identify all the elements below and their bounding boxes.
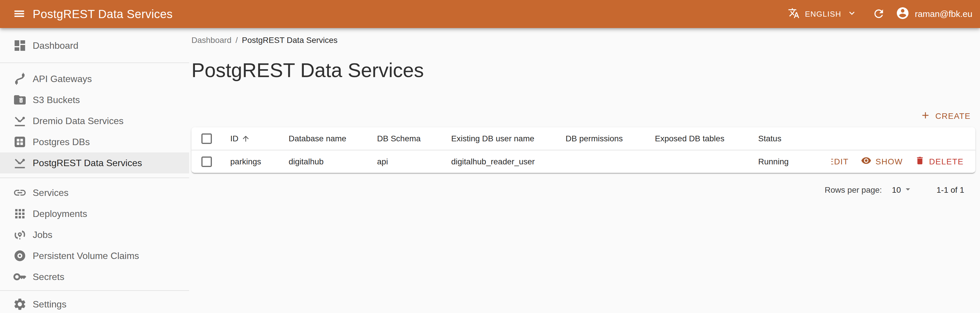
sidebar-item-label: Postgres DBs bbox=[33, 137, 90, 147]
data-table: ID Database name DB Schema Existing DB u… bbox=[191, 127, 975, 173]
breadcrumb-current: PostgREST Data Services bbox=[242, 36, 338, 45]
account-button[interactable]: raman@fbk.eu bbox=[896, 6, 972, 22]
breadcrumb: Dashboard / PostgREST Data Services bbox=[191, 36, 975, 45]
sidebar-item-label: API Gateways bbox=[33, 73, 92, 85]
column-header-exposed-db-tables[interactable]: Exposed DB tables bbox=[655, 127, 758, 150]
rows-per-page-label: Rows per page: bbox=[825, 185, 882, 195]
delete-button[interactable]: DELETE bbox=[912, 154, 967, 169]
row-checkbox[interactable] bbox=[201, 156, 212, 167]
column-header-status[interactable]: Status bbox=[758, 127, 831, 150]
appbar-title: PostgREST Data Services bbox=[33, 8, 173, 21]
key-icon bbox=[13, 270, 27, 284]
jobs-icon bbox=[13, 228, 27, 242]
plus-icon bbox=[920, 110, 931, 123]
sidebar: Dashboard API Gateways bbox=[0, 28, 189, 313]
sidebar-item-label: Dremio Data Services bbox=[33, 116, 123, 126]
divider bbox=[0, 290, 189, 291]
grid-icon bbox=[13, 135, 27, 149]
rows-per-page-select[interactable]: 10 bbox=[892, 184, 913, 196]
sidebar-item-label: Settings bbox=[33, 299, 67, 310]
divider bbox=[0, 62, 189, 63]
cell-database-name: digitalhub bbox=[289, 150, 377, 173]
sidebar-item-services[interactable]: Services bbox=[0, 182, 189, 203]
account-circle-icon bbox=[896, 6, 910, 22]
cell-db-schema: api bbox=[377, 150, 451, 173]
column-header-db-permissions[interactable]: DB permissions bbox=[566, 127, 655, 150]
list-toolbar: CREATE bbox=[191, 107, 975, 126]
sidebar-item-label: S3 Buckets bbox=[33, 94, 80, 105]
divider bbox=[0, 177, 189, 178]
refresh-icon bbox=[872, 7, 885, 21]
gear-icon bbox=[13, 297, 27, 311]
cell-id: parkings bbox=[230, 150, 289, 173]
breadcrumb-separator: / bbox=[235, 36, 238, 45]
sidebar-item-label: Deployments bbox=[33, 208, 87, 219]
folder-delete-icon bbox=[13, 93, 27, 107]
sidebar-item-jobs[interactable]: Jobs bbox=[0, 224, 189, 245]
select-all-checkbox[interactable] bbox=[201, 133, 212, 144]
cell-exposed-db-tables bbox=[655, 150, 758, 173]
dashboard-icon bbox=[13, 38, 27, 53]
main-content: Dashboard / PostgREST Data Services Post… bbox=[189, 28, 980, 313]
breadcrumb-dashboard-link[interactable]: Dashboard bbox=[191, 36, 231, 45]
cell-db-permissions bbox=[566, 150, 655, 173]
sidebar-item-dashboard[interactable]: Dashboard bbox=[0, 35, 189, 56]
user-email: raman@fbk.eu bbox=[915, 9, 972, 19]
sidebar-item-postgres-dbs[interactable]: Postgres DBs bbox=[0, 131, 189, 152]
sidebar-item-deployments[interactable]: Deployments bbox=[0, 203, 189, 224]
language-selector[interactable]: ENGLISH bbox=[788, 7, 857, 21]
table-header-row: ID Database name DB Schema Existing DB u… bbox=[191, 127, 975, 150]
trash-icon bbox=[915, 156, 925, 168]
dropdown-caret-icon bbox=[903, 184, 913, 196]
show-button[interactable]: SHOW bbox=[858, 153, 906, 170]
cable-icon bbox=[13, 72, 27, 86]
sort-asc-icon bbox=[241, 134, 250, 143]
create-button[interactable]: CREATE bbox=[915, 110, 975, 123]
data-service-icon bbox=[13, 114, 27, 128]
cell-status: Running bbox=[758, 150, 831, 173]
table-row[interactable]: parkings digitalhub api digitalhub_reade… bbox=[191, 150, 975, 173]
row-actions: EDIT SHOW bbox=[831, 153, 967, 170]
refresh-button[interactable] bbox=[872, 7, 885, 21]
sidebar-item-secrets[interactable]: Secrets bbox=[0, 266, 189, 287]
cell-existing-db-user-name: digitalhub_reader_user bbox=[451, 150, 566, 173]
edit-button[interactable]: EDIT bbox=[831, 154, 851, 169]
column-header-id[interactable]: ID bbox=[230, 127, 289, 150]
eye-icon bbox=[861, 155, 872, 168]
link-icon bbox=[13, 186, 27, 200]
sidebar-item-label: Jobs bbox=[33, 230, 52, 240]
column-header-db-schema[interactable]: DB Schema bbox=[377, 127, 451, 150]
sidebar-item-s3-buckets[interactable]: S3 Buckets bbox=[0, 89, 189, 110]
sidebar-item-label: Persistent Volume Claims bbox=[33, 251, 139, 261]
language-label: ENGLISH bbox=[805, 10, 842, 19]
column-header-database-name[interactable]: Database name bbox=[289, 127, 377, 150]
sidebar-item-label: PostgREST Data Services bbox=[33, 158, 142, 168]
sidebar-item-label: Services bbox=[33, 187, 68, 198]
pagination-range: 1-1 of 1 bbox=[937, 185, 964, 195]
hamburger-icon bbox=[13, 7, 26, 21]
column-header-existing-db-user-name[interactable]: Existing DB user name bbox=[451, 127, 566, 150]
sidebar-item-postgrest-data-services[interactable]: PostgREST Data Services bbox=[0, 152, 189, 173]
data-service-icon bbox=[13, 156, 27, 170]
chevron-down-icon bbox=[846, 8, 857, 21]
apps-icon bbox=[13, 207, 27, 221]
sidebar-item-api-gateways[interactable]: API Gateways bbox=[0, 68, 189, 89]
pagination: Rows per page: 10 1-1 of 1 bbox=[191, 173, 975, 202]
sidebar-item-dremio-data-services[interactable]: Dremio Data Services bbox=[0, 110, 189, 131]
menu-button[interactable] bbox=[13, 7, 26, 21]
page-title: PostgREST Data Services bbox=[191, 58, 975, 82]
sidebar-item-label: Secrets bbox=[33, 271, 64, 282]
sidebar-item-settings[interactable]: Settings bbox=[0, 294, 189, 313]
sidebar-item-persistent-volume-claims[interactable]: Persistent Volume Claims bbox=[0, 245, 189, 266]
data-table-card: ID Database name DB Schema Existing DB u… bbox=[191, 127, 975, 173]
translate-icon bbox=[788, 7, 800, 21]
volume-icon bbox=[13, 249, 27, 263]
appbar: PostgREST Data Services ENGLISH raman@fb… bbox=[0, 0, 980, 28]
sidebar-item-label: Dashboard bbox=[33, 40, 78, 51]
